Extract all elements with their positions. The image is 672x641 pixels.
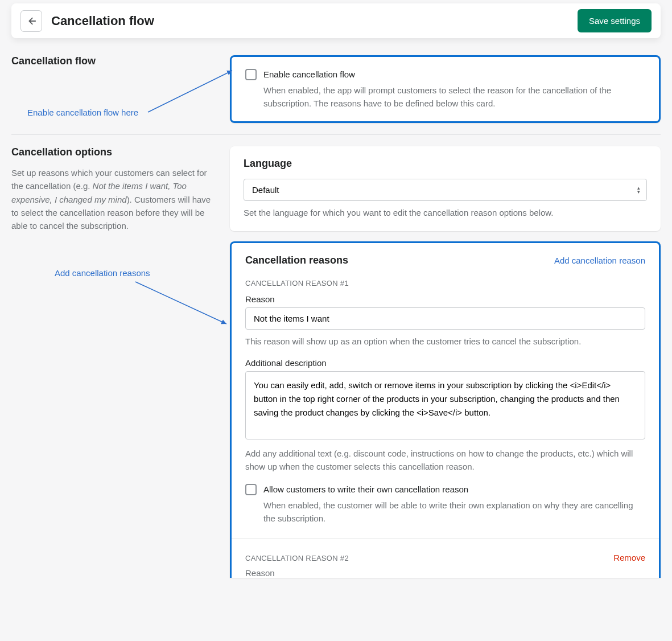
section-options-left: Cancellation options Set up reasons whic… [11, 146, 216, 581]
language-select[interactable] [244, 179, 647, 201]
reason2-remove-link[interactable]: Remove [613, 553, 645, 562]
reason1-desc-label: Additional description [245, 358, 645, 368]
reasons-title: Cancellation reasons [245, 254, 348, 266]
section-flow-left: Cancellation flow Enable cancellation fl… [11, 55, 216, 123]
back-button[interactable] [20, 10, 42, 32]
page-title: Cancellation flow [51, 14, 154, 28]
language-card: Language Set the language for which you … [230, 146, 661, 231]
language-help: Set the language for which you want to e… [244, 207, 647, 220]
reason2-header-row: CANCELLATION REASON #2 Remove [245, 553, 645, 562]
annotation-enable-flow: Enable cancellation flow here [27, 108, 138, 117]
reason1-reason-input[interactable] [245, 307, 645, 330]
section-options-desc: Set up reasons which your customers can … [11, 166, 216, 232]
content-area: Cancellation flow Enable cancellation fl… [0, 38, 672, 593]
enable-flow-label: Enable cancellation flow [263, 68, 645, 81]
reason1-allow-help: When enabled, the customer will be able … [263, 499, 645, 525]
section-cancellation-options: Cancellation options Set up reasons whic… [11, 134, 661, 593]
add-reason-link[interactable]: Add cancellation reason [554, 256, 645, 265]
save-button[interactable]: Save settings [578, 9, 652, 32]
annotation-arrow-icon [142, 64, 239, 121]
reason1-allow-text: Allow customers to write their own cance… [263, 483, 645, 525]
reason1-reason-help: This reason will show up as an option wh… [245, 335, 645, 348]
section-options-right: Language Set the language for which you … [230, 146, 661, 581]
page-header: Cancellation flow Save settings [11, 3, 661, 38]
reason-block-2: CANCELLATION REASON #2 Remove Reason [245, 553, 645, 578]
enable-flow-row: Enable cancellation flow When enabled, t… [245, 68, 645, 110]
reason1-header: CANCELLATION REASON #1 [245, 279, 645, 287]
reason-divider [232, 539, 659, 539]
reason1-reason-field: Reason This reason will show up as an op… [245, 294, 645, 348]
section-flow-title: Cancellation flow [11, 55, 216, 67]
reason1-allow-checkbox[interactable] [245, 484, 257, 495]
reasons-header: Cancellation reasons Add cancellation re… [245, 254, 645, 266]
section-cancellation-flow: Cancellation flow Enable cancellation fl… [11, 55, 661, 134]
enable-flow-card: Enable cancellation flow When enabled, t… [230, 55, 661, 123]
annotation-add-reasons: Add cancellation reasons [55, 268, 150, 278]
reason1-allow-row: Allow customers to write their own cance… [245, 483, 645, 525]
reason2-reason-label: Reason [245, 568, 645, 578]
arrow-left-icon [26, 16, 36, 26]
reason1-reason-label: Reason [245, 294, 645, 304]
reason2-header: CANCELLATION REASON #2 [245, 554, 349, 562]
svg-line-1 [135, 282, 226, 324]
language-select-wrap [244, 179, 647, 201]
reason1-desc-field: Additional description You can easily ed… [245, 358, 645, 473]
annotation-arrow-icon [131, 277, 233, 334]
section-options-title: Cancellation options [11, 146, 216, 158]
reasons-card: Cancellation reasons Add cancellation re… [230, 241, 661, 578]
header-left: Cancellation flow [20, 10, 154, 32]
enable-flow-checkbox[interactable] [245, 69, 257, 80]
enable-flow-text: Enable cancellation flow When enabled, t… [263, 68, 645, 110]
reason1-desc-help: Add any additional text (e.g. discount c… [245, 447, 645, 473]
enable-flow-help: When enabled, the app will prompt custom… [263, 84, 645, 110]
reason1-allow-label: Allow customers to write their own cance… [263, 483, 645, 496]
reason1-desc-input[interactable]: You can easily edit, add, switch or remo… [245, 371, 645, 439]
reason-block-1: CANCELLATION REASON #1 Reason This reaso… [245, 279, 645, 525]
svg-line-0 [148, 71, 232, 112]
section-flow-right: Enable cancellation flow When enabled, t… [230, 55, 661, 123]
language-title: Language [244, 158, 647, 170]
